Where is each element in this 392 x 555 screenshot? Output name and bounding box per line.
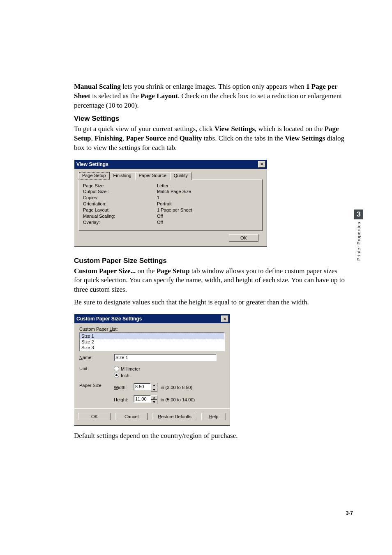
list-item[interactable]: Size 2 <box>80 339 224 345</box>
para-view-settings: To get a quick view of your current sett… <box>74 124 347 153</box>
restore-defaults-button[interactable]: Restore Defaults <box>152 413 197 420</box>
chapter-chip: 3 <box>354 210 363 219</box>
spin-up-icon[interactable] <box>151 383 157 387</box>
row-unit: Unit: Millimeter Inch <box>74 364 230 380</box>
height-range: in (5.00 to 14.00) <box>161 397 195 402</box>
dialog-view-settings: View Settings × Page Setup Finishing Pap… <box>74 159 267 247</box>
custom-paper-list[interactable]: Size 1 Size 2 Size 3 <box>79 332 225 351</box>
spin-down-icon[interactable] <box>151 400 157 404</box>
width-range: in (3.00 to 8.50) <box>161 385 192 390</box>
page-number: 3-7 <box>346 510 353 516</box>
para-custom-paper: Custom Paper Size... on the Page Setup t… <box>74 267 347 295</box>
list-item[interactable]: Size 1 <box>80 333 224 339</box>
side-label: Printer Properties <box>356 222 361 261</box>
list-item[interactable]: Size 3 <box>80 345 224 350</box>
dialog-title: Custom Paper Size Settings <box>76 316 142 322</box>
bold-manual-scaling: Manual Scaling <box>74 83 121 90</box>
titlebar: Custom Paper Size Settings × <box>74 314 230 323</box>
heading-view-settings: View Settings <box>74 115 347 123</box>
row-overlay: Overlay:Off <box>83 219 258 226</box>
tab-paper-source[interactable]: Paper Source <box>135 172 170 180</box>
bold-page-layout: Page Layout <box>141 92 178 100</box>
width-label: Width: <box>114 385 130 390</box>
spin-up-icon[interactable] <box>151 395 157 400</box>
spin-down-icon[interactable] <box>151 387 157 392</box>
para-custom-paper-2: Be sure to designate values such that th… <box>74 298 347 307</box>
tab-body: Page Size:Letter Output Size :Match Page… <box>78 179 263 231</box>
side-tab: 3 Printer Properties <box>354 210 363 261</box>
unit-label: Unit: <box>79 366 108 371</box>
list-label: Custom Paper List: <box>74 323 230 332</box>
radio-millimeter[interactable]: Millimeter <box>114 366 140 371</box>
para-default-settings: Default settings depend on the country/r… <box>74 431 347 441</box>
close-icon[interactable]: × <box>221 315 228 322</box>
name-input[interactable] <box>114 354 217 361</box>
radio-icon <box>114 366 119 371</box>
name-label: Name: <box>79 355 108 360</box>
button-row: OK Cancel Restore Defaults Help <box>74 408 230 425</box>
tab-page-setup[interactable]: Page Setup <box>78 172 110 180</box>
close-icon[interactable]: × <box>258 161 265 168</box>
row-page-size: Page Size:Letter <box>83 183 258 189</box>
ok-button[interactable]: OK <box>78 413 111 420</box>
heading-custom-paper-size: Custom Paper Size Settings <box>74 257 347 265</box>
row-copies: Copies:1 <box>83 195 258 201</box>
tabstrip: Page Setup Finishing Paper Source Qualit… <box>74 169 267 179</box>
height-stepper[interactable] <box>134 395 157 404</box>
button-row: OK <box>74 231 267 246</box>
help-button[interactable]: Help <box>201 413 226 420</box>
row-page-layout: Page Layout:1 Page per Sheet <box>83 207 258 213</box>
height-label: Height: <box>114 397 130 402</box>
dialog-custom-paper-size: Custom Paper Size Settings × Custom Pape… <box>74 314 230 426</box>
width-input[interactable] <box>134 383 151 390</box>
row-paper-size: Paper Size Width: in (3.00 to 8.50) Heig… <box>74 380 230 407</box>
ok-button[interactable]: OK <box>229 234 258 242</box>
height-input[interactable] <box>134 395 151 403</box>
para-manual-scaling: Manual Scaling lets you shrink or enlarg… <box>74 82 347 111</box>
page: Manual Scaling lets you shrink or enlarg… <box>0 0 392 555</box>
row-manual-scaling: Manual Scaling:Off <box>83 213 258 219</box>
radio-inch[interactable]: Inch <box>114 373 140 378</box>
row-orientation: Orientation:Portrait <box>83 201 258 207</box>
titlebar: View Settings × <box>74 160 267 169</box>
tab-quality[interactable]: Quality <box>170 172 191 180</box>
paper-size-label: Paper Size <box>79 383 108 388</box>
row-output-size: Output Size :Match Page Size <box>83 189 258 195</box>
tab-finishing[interactable]: Finishing <box>110 172 135 180</box>
dialog-title: View Settings <box>76 161 108 167</box>
width-stepper[interactable] <box>134 383 157 392</box>
radio-icon <box>114 373 119 378</box>
cancel-button[interactable]: Cancel <box>115 413 148 420</box>
row-name: Name: <box>74 351 230 364</box>
